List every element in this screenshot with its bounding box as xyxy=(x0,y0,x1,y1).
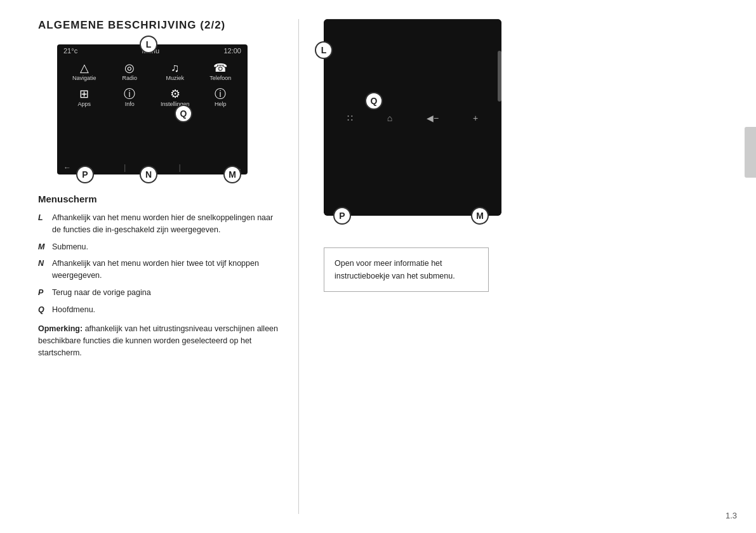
small-muziek-item[interactable]: ♫ Muziek xyxy=(153,60,197,84)
sidebar-tab xyxy=(745,127,756,178)
vol-up-btn-large[interactable]: + xyxy=(473,113,478,123)
back-btn-small[interactable]: ← xyxy=(63,163,71,172)
small-muziek-label: Muziek xyxy=(166,75,184,82)
label-L-small: L xyxy=(140,36,157,53)
desc-key-M: M xyxy=(38,241,48,253)
label-M-small: M xyxy=(223,166,241,183)
telefoon-icon: ☎ xyxy=(213,62,227,74)
page: ALGEMENE BESCHRIJVING (2/2) L 21°c Menu … xyxy=(0,0,756,533)
home-btn-large[interactable]: ⌂ xyxy=(387,113,392,123)
desc-key-P: P xyxy=(38,287,48,299)
small-nav-item[interactable]: △ Navigatie xyxy=(62,60,107,84)
desc-key-Q: Q xyxy=(38,304,48,316)
large-screen: 22°c 12:55 Menu △ Navigatie ◎ xyxy=(324,19,501,216)
label-P-large: P xyxy=(333,207,351,225)
desc-val-Q: Hoofdmenu. xyxy=(52,304,279,316)
note-box: Open voor meer informatie het instructie… xyxy=(324,247,489,292)
small-time: 12:00 xyxy=(223,47,241,55)
note-bold-label: Opmerking: xyxy=(38,324,83,333)
apps-icon: ⊞ xyxy=(79,88,89,100)
desc-item-P: P Terug naar de vorige pagina xyxy=(38,287,279,299)
desc-item-N: N Afhankelijk van het menu worden hier t… xyxy=(38,258,279,282)
vol-down-btn-large[interactable]: ◀− xyxy=(427,113,439,123)
small-help-label: Help xyxy=(215,101,227,108)
grid-btn-large[interactable]: ∷ xyxy=(347,113,353,123)
info-icon: ⓘ xyxy=(124,88,135,100)
small-telefoon-item[interactable]: ☎ Telefoon xyxy=(199,60,243,84)
small-telefoon-label: Telefoon xyxy=(209,75,231,82)
radio-icon: ◎ xyxy=(124,62,135,74)
desc-val-N: Afhankelijk van het menu worden hier twe… xyxy=(52,258,279,282)
small-radio-item[interactable]: ◎ Radio xyxy=(108,60,152,84)
settings-icon: ⚙ xyxy=(170,88,180,100)
small-apps-item[interactable]: ⊞ Apps xyxy=(62,86,107,110)
help-icon: ⓘ xyxy=(215,88,226,100)
scroll-indicator xyxy=(498,51,501,102)
label-M-large: M xyxy=(471,207,489,225)
desc-item-M: M Submenu. xyxy=(38,241,279,253)
large-screen-container: L 22°c 12:55 Menu △ Navigatie xyxy=(324,19,501,216)
desc-val-L: Afhankelijk van het menu worden hier de … xyxy=(52,212,279,236)
small-nav-label: Navigatie xyxy=(72,75,96,82)
small-temp: 21°c xyxy=(63,47,77,55)
muziek-icon: ♫ xyxy=(171,62,180,74)
section-title: Menuscherm xyxy=(38,194,279,204)
label-P-small: P xyxy=(76,166,94,183)
desc-item-L: L Afhankelijk van het menu worden hier d… xyxy=(38,212,279,236)
small-menu-grid: △ Navigatie ◎ Radio ♫ Muziek ☎ Telefoon xyxy=(57,57,248,113)
label-Q-large: Q xyxy=(365,92,383,110)
small-screen-container: L 21°c Menu 12:00 △ Navigatie ◎ xyxy=(57,44,260,174)
nav-icon: △ xyxy=(80,62,89,74)
left-column: ALGEMENE BESCHRIJVING (2/2) L 21°c Menu … xyxy=(0,0,298,533)
small-apps-label: Apps xyxy=(77,101,91,108)
small-help-item[interactable]: ⓘ Help xyxy=(199,86,243,110)
desc-val-P: Terug naar de vorige pagina xyxy=(52,287,279,299)
small-info-item[interactable]: ⓘ Info xyxy=(108,86,152,110)
label-Q-small: Q xyxy=(175,105,192,122)
note-paragraph: Opmerking: afhankelijk van het uitrustin… xyxy=(38,323,279,359)
small-radio-label: Radio xyxy=(122,75,137,82)
small-info-label: Info xyxy=(125,101,135,108)
large-screen-bottombar: ∷ ⌂ ◀− + xyxy=(324,19,501,216)
small-settings-item[interactable]: ⚙ Instellingen xyxy=(153,86,197,110)
desc-val-M: Submenu. xyxy=(52,241,279,253)
page-number: 1.3 xyxy=(726,511,737,520)
desc-key-N: N xyxy=(38,258,48,282)
desc-key-L: L xyxy=(38,212,48,236)
small-screen: 21°c Menu 12:00 △ Navigatie ◎ Radio xyxy=(57,44,248,174)
desc-item-Q: Q Hoofdmenu. xyxy=(38,304,279,316)
note-box-text: Open voor meer informatie het instructie… xyxy=(335,259,455,280)
label-L-large: L xyxy=(315,41,333,59)
page-title: ALGEMENE BESCHRIJVING (2/2) xyxy=(38,19,279,32)
right-column: L 22°c 12:55 Menu △ Navigatie xyxy=(298,0,756,533)
label-N-small: N xyxy=(140,166,157,183)
description-list: L Afhankelijk van het menu worden hier d… xyxy=(38,212,279,315)
